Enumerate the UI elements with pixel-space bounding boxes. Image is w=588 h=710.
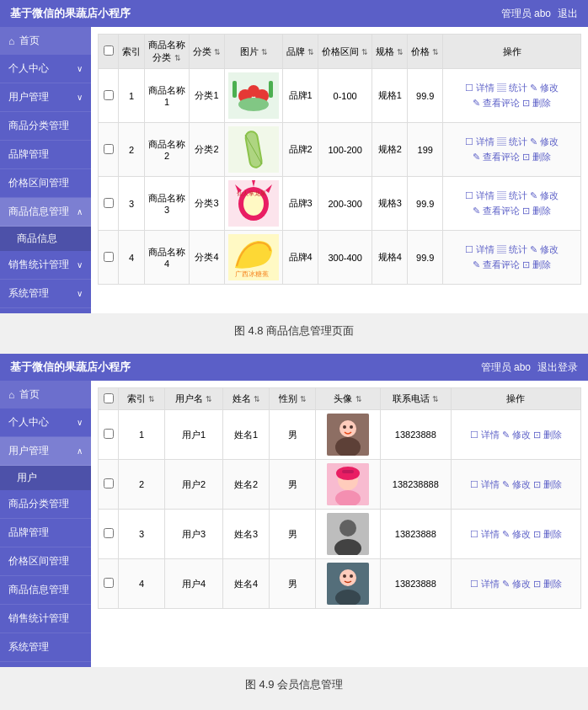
sidebar-2: ⌂ 首页 个人中心 ∨ 用户管理 ∧ 用户 商品分类管理 品牌管理 [0, 381, 91, 667]
row-checkbox[interactable] [104, 578, 114, 588]
delete-btn[interactable]: ⊡ 删除 [522, 259, 551, 271]
avatar [327, 513, 369, 555]
delete-btn[interactable]: ⊡ 删除 [533, 478, 562, 491]
sidebar-item-home-1[interactable]: ⌂ 首页 [0, 27, 91, 55]
sidebar-item-system-2[interactable]: 系统管理 [0, 633, 91, 662]
review-btn[interactable]: ✎ 查看评论 [473, 97, 520, 109]
edit-btn[interactable]: ✎ 修改 [530, 82, 559, 94]
edit-btn[interactable]: ✎ 修改 [502, 578, 531, 590]
td-price-range: 300-400 [318, 231, 372, 285]
row-checkbox[interactable] [104, 478, 114, 488]
chevron-down-icon: ∨ [77, 418, 83, 427]
td-phone: 13823888 [381, 410, 452, 460]
sidebar-item-users-1[interactable]: 用户管理 ∨ [0, 83, 91, 112]
avatar [327, 563, 369, 605]
delete-btn[interactable]: ⊡ 删除 [522, 97, 551, 109]
sidebar-item-personal-1[interactable]: 个人中心 ∨ [0, 55, 91, 83]
action-group: ☐ 详情 ▤ 统计 ✎ 修改 ✎ 查看评论 ⊡ 删除 [446, 243, 577, 271]
detail-btn[interactable]: ☐ 详情 [470, 528, 500, 541]
delete-btn[interactable]: ⊡ 删除 [533, 528, 562, 541]
th-avatar: 头像 ⇅ [315, 388, 380, 410]
delete-btn[interactable]: ⊡ 删除 [522, 205, 551, 217]
chevron-up-icon: ∧ [77, 207, 83, 216]
sidebar-item-system-1[interactable]: 系统管理 ∨ [0, 280, 91, 308]
stat-btn[interactable]: ▤ 统计 [497, 243, 527, 256]
sidebar-sub-user[interactable]: 用户 [0, 466, 91, 490]
sidebar-item-home-2[interactable]: ⌂ 首页 [0, 381, 91, 408]
delete-btn[interactable]: ⊡ 删除 [533, 429, 562, 441]
delete-btn[interactable]: ⊡ 删除 [522, 151, 551, 163]
edit-btn[interactable]: ✎ 修改 [530, 243, 559, 256]
svg-point-34 [339, 569, 356, 586]
chevron-down-icon: ∨ [77, 289, 83, 298]
action-group: ☐ 详情 ▤ 统计 ✎ 修改 ✎ 查看评论 ⊡ 删除 [446, 190, 577, 217]
sidebar-item-category-1[interactable]: 商品分类管理 [0, 112, 91, 141]
td-actions: ☐ 详情 ✎ 修改 ⊡ 删除 [451, 510, 580, 559]
row-checkbox[interactable] [104, 252, 114, 262]
detail-btn[interactable]: ☐ 详情 [470, 578, 500, 590]
edit-btn[interactable]: ✎ 修改 [530, 136, 559, 148]
row-checkbox[interactable] [104, 144, 114, 154]
edit-btn[interactable]: ✎ 修改 [502, 429, 531, 441]
sidebar-item-price-1[interactable]: 价格区间管理 [0, 169, 91, 198]
logout-btn-1[interactable]: 退出 [558, 7, 578, 21]
sidebar-item-users-2[interactable]: 用户管理 ∧ [0, 437, 91, 466]
detail-btn[interactable]: ☐ 详情 [470, 478, 500, 491]
logout-btn-2[interactable]: 退出登录 [537, 360, 578, 375]
edit-btn[interactable]: ✎ 修改 [502, 528, 531, 541]
detail-btn[interactable]: ☐ 详情 [465, 190, 494, 202]
sidebar-item-sales-2[interactable]: 销售统计管理 [0, 605, 91, 633]
sidebar-item-personal-2[interactable]: 个人中心 ∨ [0, 408, 91, 437]
stat-btn[interactable]: ▤ 统计 [497, 136, 527, 148]
row-checkbox[interactable] [104, 429, 114, 439]
sidebar-item-price-2[interactable]: 价格区间管理 [0, 547, 91, 576]
td-checkbox [99, 231, 119, 285]
review-btn[interactable]: ✎ 查看评论 [473, 259, 520, 271]
sort-icon: ⇅ [148, 395, 155, 403]
edit-btn[interactable]: ✎ 修改 [502, 478, 531, 491]
sidebar-sub-product-info[interactable]: 商品信息 [0, 227, 91, 251]
detail-btn[interactable]: ☐ 详情 [465, 243, 494, 256]
review-btn[interactable]: ✎ 查看评论 [473, 151, 520, 163]
row-checkbox[interactable] [104, 528, 114, 538]
sidebar-item-brand-2[interactable]: 品牌管理 [0, 519, 91, 547]
row-checkbox[interactable] [104, 90, 114, 100]
td-name: 商品名称1 [145, 69, 190, 123]
top-bar-right-1: 管理员 abo 退出 [501, 7, 578, 21]
stat-btn[interactable]: ▤ 统计 [497, 82, 527, 94]
th-action: 操作 [451, 388, 580, 410]
sidebar-item-category-2[interactable]: 商品分类管理 [0, 490, 91, 519]
detail-btn[interactable]: ☐ 详情 [470, 429, 500, 441]
select-all-checkbox-2[interactable] [104, 393, 114, 403]
row-checkbox[interactable] [104, 198, 114, 208]
delete-btn[interactable]: ⊡ 删除 [533, 578, 562, 590]
td-spec: 规格1 [372, 69, 408, 123]
td-actions: ☐ 详情 ▤ 统计 ✎ 修改 ✎ 查看评论 ⊡ 删除 [443, 69, 581, 123]
sidebar-item-brand-1[interactable]: 品牌管理 [0, 141, 91, 169]
td-price-range: 200-300 [318, 177, 372, 231]
svg-rect-28 [342, 470, 354, 473]
td-category: 分类2 [190, 123, 225, 177]
edit-btn[interactable]: ✎ 修改 [530, 190, 559, 202]
sort-icon: ⇅ [300, 395, 307, 403]
td-category: 分类3 [190, 177, 225, 231]
select-all-checkbox[interactable] [104, 45, 114, 56]
stat-btn[interactable]: ▤ 统计 [497, 190, 527, 202]
table-row: 1 商品名称1 分类1 [99, 69, 581, 123]
svg-rect-5 [269, 81, 273, 98]
table-row: 1 用户1 姓名1 男 [99, 410, 581, 460]
detail-btn[interactable]: ☐ 详情 [465, 82, 494, 94]
sidebar-item-product-2[interactable]: 商品信息管理 [0, 576, 91, 605]
sort-icon: ⇅ [361, 48, 368, 56]
sidebar-item-product-1[interactable]: 商品信息管理 ∧ [0, 198, 91, 227]
sort-icon: ⇅ [261, 48, 268, 56]
review-btn[interactable]: ✎ 查看评论 [473, 205, 520, 217]
td-gender: 男 [270, 410, 316, 460]
td-realname: 姓名3 [223, 510, 270, 559]
detail-btn[interactable]: ☐ 详情 [465, 136, 494, 148]
action-group: ☐ 详情 ✎ 修改 ⊡ 删除 [455, 528, 577, 541]
td-gender: 男 [270, 460, 316, 510]
sidebar-item-sales-1[interactable]: 销售统计管理 ∨ [0, 251, 91, 280]
th-brand: 品牌 ⇅ [283, 35, 318, 69]
td-gender: 男 [270, 510, 316, 559]
